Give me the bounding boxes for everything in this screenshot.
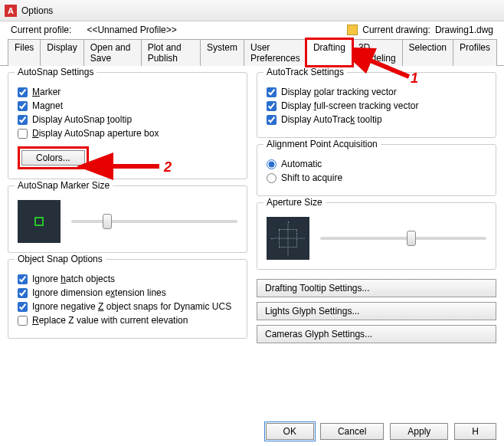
- tab-selection[interactable]: Selection: [402, 39, 453, 66]
- colors-button[interactable]: Colors...: [21, 150, 85, 166]
- autotrack-legend: AutoTrack Settings: [263, 67, 347, 77]
- profile-row: Current profile: <<Unnamed Profile>> Cur…: [0, 21, 504, 38]
- app-icon: A: [5, 5, 17, 17]
- tab-drafting[interactable]: Drafting: [306, 39, 352, 66]
- right-column: AutoTrack Settings Display polar trackin…: [257, 72, 496, 348]
- tabstrip: Files Display Open and Save Plot and Pub…: [0, 38, 504, 66]
- autotrack-tooltip-checkbox[interactable]: Display AutoTrack tooltip: [267, 114, 486, 125]
- aperture-size-slider[interactable]: [320, 237, 486, 240]
- tab-files[interactable]: Files: [8, 39, 41, 66]
- ignore-neg-z-checkbox[interactable]: Ignore negative Z object snaps for Dynam…: [18, 301, 237, 312]
- ok-button[interactable]: OK: [266, 423, 314, 440]
- aperture-preview: [267, 217, 309, 260]
- lights-glyph-settings-button[interactable]: Lights Glyph Settings...: [257, 302, 496, 320]
- autosnap-legend: AutoSnap Settings: [15, 67, 97, 77]
- tab-display[interactable]: Display: [40, 39, 83, 66]
- alignment-group: Alignment Point Acquisition Automatic Sh…: [257, 144, 496, 196]
- annotation-number-2: 2: [164, 159, 172, 175]
- ignore-dim-ext-checkbox[interactable]: Ignore dimension extension lines: [18, 287, 237, 298]
- marker-preview: [18, 200, 61, 243]
- automatic-radio[interactable]: Automatic: [267, 159, 486, 169]
- alignment-legend: Alignment Point Acquisition: [263, 139, 381, 149]
- current-profile-label: Current profile:: [11, 25, 71, 35]
- help-button[interactable]: H: [454, 423, 496, 440]
- left-column: AutoSnap Settings Marker Magnet Display …: [8, 72, 247, 348]
- autotrack-settings-group: AutoTrack Settings Display polar trackin…: [257, 72, 496, 138]
- window-title: Options: [21, 5, 53, 16]
- drafting-tooltip-settings-button[interactable]: Drafting Tooltip Settings...: [257, 279, 496, 297]
- content: AutoSnap Settings Marker Magnet Display …: [0, 66, 504, 354]
- magnet-checkbox[interactable]: Magnet: [18, 100, 237, 111]
- replace-z-checkbox[interactable]: Replace Z value with current elevation: [18, 315, 237, 326]
- autosnap-settings-group: AutoSnap Settings Marker Magnet Display …: [8, 72, 247, 179]
- dialog-footer: OK Cancel Apply H: [266, 423, 496, 440]
- current-drawing-value: Drawing1.dwg: [435, 25, 493, 35]
- tab-3d-modeling[interactable]: 3D Modeling: [352, 39, 403, 66]
- cancel-button[interactable]: Cancel: [320, 423, 384, 440]
- apply-button[interactable]: Apply: [390, 423, 448, 440]
- marker-size-slider[interactable]: [71, 220, 237, 223]
- marker-size-legend: AutoSnap Marker Size: [15, 180, 113, 191]
- autosnap-tooltip-checkbox[interactable]: Display AutoSnap tooltip: [18, 114, 237, 125]
- osnap-options-group: Object Snap Options Ignore hatch objects…: [8, 259, 247, 339]
- marker-checkbox[interactable]: Marker: [18, 87, 237, 97]
- tab-plot-and-publish[interactable]: Plot and Publish: [141, 39, 201, 66]
- annotation-number-1: 1: [411, 71, 418, 87]
- current-profile-value: <<Unnamed Profile>>: [87, 25, 176, 35]
- polar-tracking-checkbox[interactable]: Display polar tracking vector: [267, 87, 486, 97]
- tab-system[interactable]: System: [200, 39, 244, 66]
- cameras-glyph-settings-button[interactable]: Cameras Glyph Settings...: [257, 325, 496, 343]
- aperture-size-group: Aperture Size: [257, 202, 496, 270]
- shift-to-acquire-radio[interactable]: Shift to acquire: [267, 172, 486, 183]
- tab-profiles[interactable]: Profiles: [453, 39, 497, 66]
- tab-user-preferences[interactable]: User Preferences: [244, 39, 307, 66]
- autosnap-aperture-checkbox[interactable]: Display AutoSnap aperture box: [18, 128, 237, 139]
- marker-size-group: AutoSnap Marker Size: [8, 185, 247, 253]
- titlebar: A Options: [0, 0, 504, 21]
- aperture-size-legend: Aperture Size: [263, 197, 326, 208]
- colors-highlight: Colors...: [18, 146, 89, 169]
- settings-buttons: Drafting Tooltip Settings... Lights Glyp…: [257, 279, 496, 348]
- tab-open-and-save[interactable]: Open and Save: [83, 39, 142, 66]
- current-drawing-label: Current drawing:: [362, 25, 430, 35]
- ignore-hatch-checkbox[interactable]: Ignore hatch objects: [18, 274, 237, 284]
- osnap-legend: Object Snap Options: [15, 254, 106, 264]
- drawing-icon: [347, 25, 358, 35]
- fullscreen-tracking-checkbox[interactable]: Display full-screen tracking vector: [267, 100, 486, 111]
